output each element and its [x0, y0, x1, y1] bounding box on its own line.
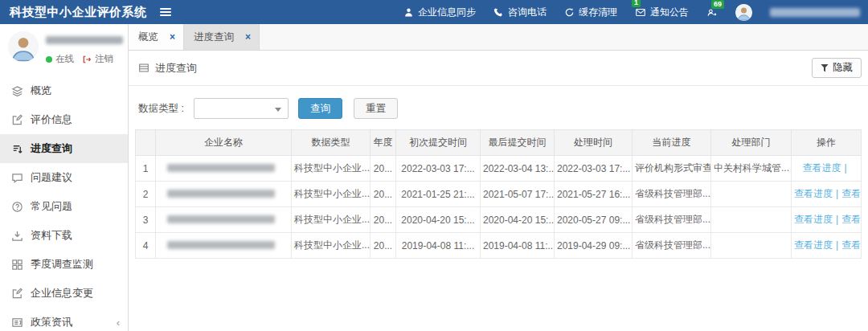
- envelope-icon: [635, 7, 646, 18]
- view-progress-link[interactable]: 查看进度: [794, 188, 833, 199]
- app-title: 科技型中小企业评价系统: [10, 5, 147, 20]
- last-submit-cell: 2019-04-08 11:...: [481, 233, 555, 259]
- filter-row: 数据类型 : 查询 重置: [129, 86, 868, 129]
- question-icon: [10, 201, 23, 213]
- sidebar-item-enterprise-info-change[interactable]: 企业信息变更: [0, 279, 128, 308]
- sidebar-username-redacted: [46, 36, 123, 44]
- last-submit-cell: 2021-05-07 17:...: [481, 182, 555, 207]
- sidebar-item-quarterly-survey[interactable]: 季度调查监测: [0, 250, 128, 279]
- top-header: 科技型中小企业评价系统 企业信息同步 咨询电话 缓存清理 1 通知公告: [0, 0, 868, 24]
- col-data-type: 数据类型: [292, 130, 371, 156]
- year-cell: 20...: [371, 207, 396, 233]
- actions-cell: 查看进度|查看...: [792, 182, 862, 207]
- link-separator: |: [836, 188, 838, 199]
- first-submit-cell: 2021-01-25 21:...: [396, 182, 481, 207]
- data-type-label: 数据类型 :: [138, 102, 184, 116]
- sidebar-item-progress-query[interactable]: 进度查询: [0, 134, 128, 163]
- sidebar-item-downloads[interactable]: 资料下载: [0, 221, 128, 250]
- company-name-redacted: [167, 164, 275, 172]
- actions-cell: 查看进度|: [792, 156, 862, 182]
- company-name-cell: [156, 182, 292, 207]
- company-name-redacted: [167, 241, 275, 249]
- sidebar-item-suggestions[interactable]: 问题建议: [0, 163, 128, 192]
- messages-badge: 69: [711, 0, 724, 9]
- table-row: 4科技型中小企业...20...2019-04-08 11:...2019-04…: [136, 233, 862, 259]
- sidebar-item-overview[interactable]: 概览: [0, 76, 128, 105]
- main-content: 概览 进度查询 进度查询 隐藏 数据类型 :: [129, 24, 868, 331]
- company-name-cell: [156, 207, 292, 233]
- recycle-icon: [564, 7, 575, 18]
- sidebar-item-policy-news[interactable]: 政策资讯: [0, 308, 128, 331]
- view-progress-link[interactable]: 查看...: [841, 214, 861, 225]
- first-submit-cell: 2019-04-08 11:...: [396, 233, 481, 259]
- current-progress-cell: 评价机构形式审查: [633, 156, 711, 182]
- search-button[interactable]: 查询: [298, 98, 342, 119]
- table-header-row: 企业名称 数据类型 年度 初次提交时间 最后提交时间 处理时间 当前进度 处理部…: [136, 130, 862, 156]
- data-type-cell: 科技型中小企业...: [292, 233, 371, 259]
- progress-query-panel: 进度查询 隐藏 数据类型 : 查询 重置: [129, 51, 868, 331]
- row-index: 4: [136, 233, 156, 259]
- data-type-select[interactable]: [194, 98, 289, 119]
- data-type-cell: 科技型中小企业...: [292, 182, 371, 207]
- tab-progress-query[interactable]: 进度查询: [184, 24, 260, 50]
- year-cell: 20...: [371, 182, 396, 207]
- sidebar-avatar[interactable]: [8, 31, 39, 62]
- user-icon: [403, 7, 414, 18]
- row-index: 3: [136, 207, 156, 233]
- sidebar-item-faq[interactable]: 常见问题: [0, 192, 128, 221]
- panel-header: 进度查询 隐藏: [129, 51, 868, 86]
- nav-enterprise-sync[interactable]: 企业信息同步: [403, 6, 476, 19]
- department-cell: [711, 182, 792, 207]
- progress-table: 企业名称 数据类型 年度 初次提交时间 最后提交时间 处理时间 当前进度 处理部…: [135, 129, 862, 259]
- department-cell: [711, 233, 792, 259]
- first-submit-cell: 2022-03-03 17:...: [396, 156, 481, 182]
- tab-bar: 概览 进度查询: [129, 24, 868, 51]
- table-row: 1科技型中小企业...20...2022-03-03 17:...2022-03…: [136, 156, 862, 182]
- link-separator: |: [844, 162, 846, 174]
- filter-funnel-icon: [821, 64, 829, 72]
- download-icon: [10, 230, 23, 242]
- table-row: 2科技型中小企业...20...2021-01-25 21:...2021-05…: [136, 182, 862, 207]
- nav-notice[interactable]: 1 通知公告: [635, 6, 689, 19]
- edit-icon: [10, 288, 23, 300]
- company-name-redacted: [167, 215, 275, 223]
- current-progress-cell: 省级科技管理部...: [633, 233, 711, 259]
- sidebar: 在线 注销 概览 评价信息 进度查询: [0, 24, 129, 331]
- view-progress-link[interactable]: 查看...: [841, 239, 861, 251]
- sort-icon: [10, 143, 23, 155]
- notice-badge: 1: [632, 0, 641, 7]
- view-progress-link[interactable]: 查看...: [841, 188, 861, 199]
- close-icon[interactable]: [170, 31, 175, 43]
- actions-cell: 查看进度|查看...: [792, 233, 862, 259]
- hide-button[interactable]: 隐藏: [812, 58, 862, 78]
- sidebar-item-evaluation-info[interactable]: 评价信息: [0, 105, 128, 134]
- view-progress-link[interactable]: 查看进度: [794, 239, 833, 251]
- user-avatar[interactable]: [735, 4, 752, 21]
- chevron-left-icon: [117, 317, 120, 329]
- row-index: 1: [136, 156, 156, 182]
- table-row: 3科技型中小企业...20...2020-04-20 15:...2020-04…: [136, 207, 862, 233]
- nav-consult-phone[interactable]: 咨询电话: [493, 6, 547, 19]
- tab-overview[interactable]: 概览: [129, 24, 184, 50]
- col-first-submit: 初次提交时间: [396, 130, 481, 156]
- col-department: 处理部门: [711, 130, 792, 156]
- online-label: 在线: [55, 53, 74, 65]
- grid-icon: [10, 259, 23, 271]
- nav-messages[interactable]: 69: [706, 7, 718, 18]
- company-name-cell: [156, 233, 292, 259]
- last-submit-cell: 2022-03-04 13:...: [481, 156, 555, 182]
- menu-toggle-icon[interactable]: [160, 8, 171, 16]
- logout-link[interactable]: 注销: [95, 53, 113, 65]
- view-progress-link[interactable]: 查看进度: [802, 162, 841, 174]
- edit-icon: [10, 114, 23, 126]
- actions-cell: 查看进度|查看...: [792, 207, 862, 233]
- top-nav: 企业信息同步 咨询电话 缓存清理 1 通知公告 69: [403, 4, 860, 21]
- year-cell: 20...: [371, 156, 396, 182]
- close-icon[interactable]: [245, 31, 251, 43]
- chevron-down-icon: [275, 108, 281, 112]
- reset-button[interactable]: 重置: [354, 98, 398, 119]
- process-time-cell: 2020-05-27 09:...: [555, 207, 633, 233]
- nav-cache-clear[interactable]: 缓存清理: [564, 6, 617, 19]
- sidebar-user-box: 在线 注销: [0, 24, 128, 73]
- view-progress-link[interactable]: 查看进度: [794, 214, 833, 225]
